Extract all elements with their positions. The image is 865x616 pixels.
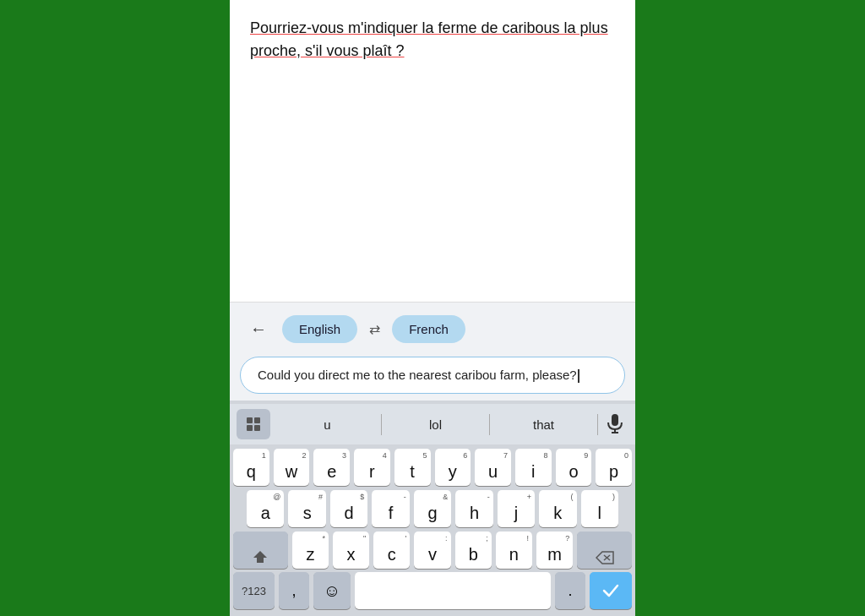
swap-languages-icon[interactable]: ⇄ xyxy=(366,321,384,337)
key-k-secondary: ( xyxy=(571,493,574,501)
key-x-secondary: " xyxy=(363,534,366,542)
key-l[interactable]: )l xyxy=(581,490,618,527)
key-d[interactable]: $d xyxy=(330,490,367,527)
svg-rect-0 xyxy=(612,414,618,426)
microphone-icon xyxy=(607,414,623,434)
key-z[interactable]: *z xyxy=(292,532,329,569)
key-q[interactable]: 1q xyxy=(233,449,269,486)
text-cursor xyxy=(578,369,579,383)
key-c[interactable]: 'c xyxy=(373,532,410,569)
key-m-secondary: ? xyxy=(565,534,569,542)
key-t-secondary: 5 xyxy=(422,451,427,460)
key-w[interactable]: 2w xyxy=(274,449,310,486)
key-y-secondary: 6 xyxy=(463,451,467,460)
key-r[interactable]: 4r xyxy=(354,449,390,486)
comma-key[interactable]: , xyxy=(279,572,309,609)
shift-icon xyxy=(252,549,269,564)
key-a[interactable]: @a xyxy=(247,490,284,527)
key-h-secondary: - xyxy=(487,493,490,501)
key-p-secondary: 0 xyxy=(624,451,628,460)
key-b[interactable]: ;b xyxy=(455,532,492,569)
key-e[interactable]: 3e xyxy=(313,449,350,486)
back-button[interactable]: ← xyxy=(243,314,274,345)
backspace-key[interactable] xyxy=(577,532,632,569)
suggestion-u[interactable]: u xyxy=(274,414,382,435)
key-y[interactable]: 6y xyxy=(435,449,471,486)
key-n-secondary: ! xyxy=(527,534,530,542)
key-e-secondary: 3 xyxy=(342,451,346,460)
key-g-secondary: & xyxy=(443,493,448,501)
key-z-secondary: * xyxy=(322,534,325,542)
period-key[interactable]: . xyxy=(555,572,585,609)
key-j-secondary: + xyxy=(527,493,531,501)
key-q-secondary: 1 xyxy=(262,451,266,460)
key-p[interactable]: 0p xyxy=(596,449,632,486)
target-language-button[interactable]: French xyxy=(392,315,465,343)
key-b-secondary: ; xyxy=(486,534,488,542)
key-s-secondary: # xyxy=(318,493,323,501)
checkmark-icon xyxy=(602,584,619,597)
backspace-icon xyxy=(596,551,614,564)
key-i[interactable]: 8i xyxy=(515,449,552,486)
key-f[interactable]: -f xyxy=(372,490,409,527)
input-text: Could you direct me to the nearest carib… xyxy=(258,368,607,383)
key-t[interactable]: 5t xyxy=(394,449,431,486)
enter-key[interactable] xyxy=(590,572,632,609)
translator-bar: ← English ⇄ French xyxy=(230,302,635,357)
key-j[interactable]: +j xyxy=(498,490,535,527)
keyboard: u lol that 1q 2w 3e 4r 5t 6y 7u 8i 9o xyxy=(230,401,635,616)
suggestion-that[interactable]: that xyxy=(490,414,598,435)
shift-key[interactable] xyxy=(233,532,288,569)
grid-icon xyxy=(247,417,260,431)
key-m[interactable]: ?m xyxy=(536,532,573,569)
key-o[interactable]: 9o xyxy=(556,449,592,486)
key-v[interactable]: :v xyxy=(414,532,450,569)
numeric-key[interactable]: ?123 xyxy=(233,572,275,609)
translation-input-area[interactable]: Could you direct me to the nearest carib… xyxy=(240,357,625,394)
key-u[interactable]: 7u xyxy=(475,449,511,486)
key-k[interactable]: (k xyxy=(539,490,576,527)
key-a-secondary: @ xyxy=(273,493,280,501)
key-v-secondary: : xyxy=(445,534,448,542)
microphone-button[interactable] xyxy=(598,409,632,439)
translation-display: Pourriez-vous m'indiquer la ferme de car… xyxy=(230,0,635,302)
phone-panel: Pourriez-vous m'indiquer la ferme de car… xyxy=(230,0,635,616)
key-n[interactable]: !n xyxy=(496,532,532,569)
keyboard-row-2: @a #s $d -f &g -h +j (k )l xyxy=(247,490,618,527)
key-u-secondary: 7 xyxy=(503,451,508,460)
key-d-secondary: $ xyxy=(360,493,364,501)
space-key[interactable] xyxy=(355,572,551,609)
key-x[interactable]: "x xyxy=(333,532,369,569)
keyboard-row-1: 1q 2w 3e 4r 5t 6y 7u 8i 9o 0p xyxy=(233,449,632,486)
svg-marker-3 xyxy=(253,551,267,563)
emoji-keyboard-button[interactable] xyxy=(237,409,270,439)
key-g[interactable]: &g xyxy=(414,490,451,527)
key-h[interactable]: -h xyxy=(455,490,492,527)
key-l-secondary: ) xyxy=(612,493,615,501)
suggestions-row: u lol that xyxy=(230,404,635,444)
source-language-button[interactable]: English xyxy=(282,315,357,343)
key-f-secondary: - xyxy=(404,493,406,501)
key-r-secondary: 4 xyxy=(383,451,387,460)
key-o-secondary: 9 xyxy=(584,451,588,460)
suggestion-lol[interactable]: lol xyxy=(382,414,490,435)
keyboard-bottom-row: ?123 , ☺ . xyxy=(233,572,632,609)
input-value: Could you direct me to the nearest carib… xyxy=(258,368,577,382)
key-i-secondary: 8 xyxy=(544,451,548,460)
key-w-secondary: 2 xyxy=(302,451,306,460)
emoji-key[interactable]: ☺ xyxy=(313,572,351,609)
key-s[interactable]: #s xyxy=(288,490,325,527)
key-c-secondary: ' xyxy=(405,534,407,542)
keyboard-row-3: *z "x 'c :v ;b !n ?m xyxy=(233,532,632,569)
back-icon: ← xyxy=(250,319,267,339)
translated-text: Pourriez-vous m'indiquer la ferme de car… xyxy=(250,17,615,63)
